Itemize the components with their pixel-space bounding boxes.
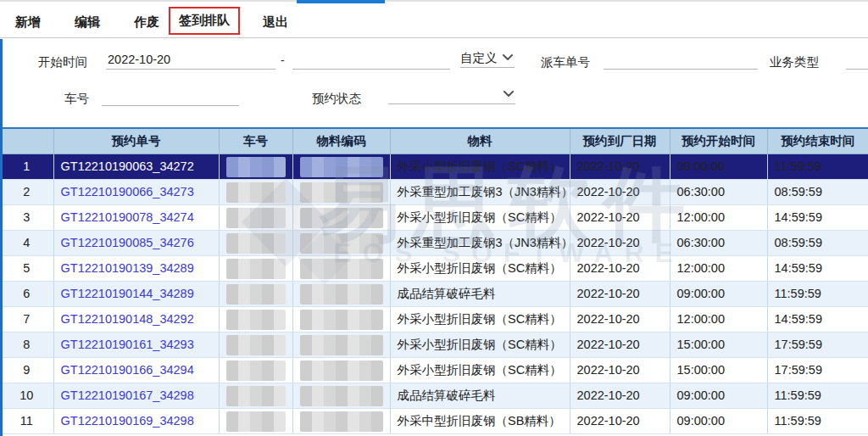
order-no-cell: GT12210190085_34276 xyxy=(53,230,219,255)
appointments-grid: 预约单号车号物料编码物料预约到厂日期预约开始时间预约结束时间 1GT122101… xyxy=(0,127,868,434)
material-code-cell xyxy=(292,332,390,357)
vehicle-no-cell xyxy=(219,255,292,281)
material-code-cell xyxy=(292,255,390,281)
order-no-cell: GT12210190169_34298 xyxy=(53,408,219,433)
order-no-cell: GT12210190167_34298 xyxy=(53,383,219,408)
start-time-input[interactable] xyxy=(106,49,275,70)
table-row[interactable]: 8GT12210190161_34293外采小型折旧废钢（SC精料）2022-1… xyxy=(0,332,868,357)
column-header[interactable]: 预约到厂日期 xyxy=(570,128,670,154)
row-number-cell: 9 xyxy=(0,357,53,383)
material-code-cell xyxy=(292,383,390,408)
redacted-block xyxy=(226,259,286,279)
column-header[interactable]: 预约开始时间 xyxy=(670,128,767,154)
redacted-block xyxy=(226,411,286,432)
menu-item-new[interactable]: 新增 xyxy=(10,11,46,34)
start-time-cell: 15:00:00 xyxy=(670,357,767,383)
table-row[interactable]: 11GT12210190169_34298外采中型折旧废钢（SB精料）2022-… xyxy=(0,408,868,433)
order-no-link[interactable]: GT12210190144_34289 xyxy=(61,287,194,300)
redacted-block xyxy=(226,157,286,177)
order-no-link[interactable]: GT12210190139_34289 xyxy=(61,261,194,275)
dispatch-no-input[interactable] xyxy=(604,49,758,70)
order-no-cell: GT12210190063_34272 xyxy=(53,154,219,179)
status-select[interactable] xyxy=(388,84,515,104)
order-no-cell: GT12210190078_34274 xyxy=(53,204,219,230)
order-no-link[interactable]: GT12210190167_34298 xyxy=(61,388,194,402)
order-no-link[interactable]: GT12210190078_34274 xyxy=(61,210,194,224)
end-time-cell: 08:59:59 xyxy=(767,230,868,255)
column-header[interactable]: 预约单号 xyxy=(53,128,219,154)
column-header[interactable]: 车号 xyxy=(219,128,292,154)
row-number-cell: 4 xyxy=(0,230,53,255)
material-cell: 外采重型加工废钢3（JN3精料） xyxy=(390,179,570,204)
table-row[interactable]: 9GT12210190166_34294外采小型折旧废钢（SC精料）2022-1… xyxy=(0,357,868,383)
vehicle-no-input[interactable] xyxy=(102,86,239,106)
table-row[interactable]: 7GT12210190148_34292外采小型折旧废钢（SC精料）2022-1… xyxy=(0,306,868,332)
vehicle-no-cell xyxy=(219,383,292,408)
range-mode-value: 自定义 xyxy=(460,48,498,66)
material-code-cell xyxy=(292,357,390,383)
business-type-input[interactable] xyxy=(846,49,868,70)
order-no-link[interactable]: GT12210190166_34294 xyxy=(61,363,194,377)
vehicle-no-cell xyxy=(219,408,292,433)
end-time-input[interactable] xyxy=(292,49,450,70)
column-header[interactable]: 物料编码 xyxy=(292,128,390,154)
menu-item-void[interactable]: 作废 xyxy=(129,11,164,34)
table-row[interactable]: 5GT12210190139_34289外采小型折旧废钢（SC精料）2022-1… xyxy=(0,255,868,281)
material-cell: 外采小型折旧废钢（SC精料） xyxy=(390,332,570,357)
redacted-block xyxy=(300,182,383,203)
menu-item-checkin-queue[interactable]: 签到排队 xyxy=(169,7,240,35)
table-row[interactable]: 10GT12210190167_34298成品结算破碎毛料2022-10-200… xyxy=(0,383,868,408)
row-number-cell: 2 xyxy=(0,179,53,204)
order-no-link[interactable]: GT12210190169_34298 xyxy=(61,414,194,428)
order-no-link[interactable]: GT12210190066_34273 xyxy=(61,185,194,198)
redacted-block xyxy=(300,361,383,381)
material-cell: 外采重型加工废钢3（JN3精料） xyxy=(390,230,570,255)
material-code-cell xyxy=(292,230,390,255)
order-no-link[interactable]: GT12210190148_34292 xyxy=(61,312,194,326)
column-header[interactable]: 物料 xyxy=(390,128,570,154)
start-time-cell: 06:30:00 xyxy=(670,179,767,204)
table-body: 1GT12210190063_34272外采小型折旧废钢（SC精料）2022-1… xyxy=(0,154,868,433)
vehicle-no-cell xyxy=(219,204,292,230)
column-header[interactable]: 预约结束时间 xyxy=(767,128,868,154)
range-mode-select[interactable]: 自定义 xyxy=(460,48,515,68)
vehicle-no-cell xyxy=(219,230,292,255)
appointments-table: 预约单号车号物料编码物料预约到厂日期预约开始时间预约结束时间 1GT122101… xyxy=(0,127,868,434)
material-cell: 外采小型折旧废钢（SC精料） xyxy=(390,255,570,281)
menu-item-edit[interactable]: 编辑 xyxy=(70,11,105,34)
order-no-link[interactable]: GT12210190085_34276 xyxy=(61,236,194,249)
start-time-cell: 09:00:00 xyxy=(670,408,767,433)
arrival-date-cell: 2022-10-20 xyxy=(570,383,670,408)
menu-item-exit[interactable]: 退出 xyxy=(258,11,293,34)
table-row[interactable]: 3GT12210190078_34274外采小型折旧废钢（SC精料）2022-1… xyxy=(0,204,868,230)
table-header: 预约单号车号物料编码物料预约到厂日期预约开始时间预约结束时间 xyxy=(0,128,868,154)
filter-panel: 开始时间 - 自定义 派车单号 业务类型 车号 预约状态 xyxy=(0,39,868,127)
end-time-cell: 14:59:59 xyxy=(767,204,868,230)
start-time-cell: 06:30:00 xyxy=(670,230,767,255)
table-row[interactable]: 1GT12210190063_34272外采小型折旧废钢（SC精料）2022-1… xyxy=(0,154,868,179)
vehicle-no-cell xyxy=(219,306,292,332)
end-time-cell: 14:59:59 xyxy=(767,306,868,332)
table-row[interactable]: 4GT12210190085_34276外采重型加工废钢3（JN3精料）2022… xyxy=(0,230,868,255)
material-code-cell xyxy=(292,408,390,433)
end-time-cell: 17:59:59 xyxy=(767,332,868,357)
order-no-link[interactable]: GT12210190161_34293 xyxy=(61,338,194,351)
end-time-cell: 14:59:59 xyxy=(767,255,868,281)
row-number-cell: 5 xyxy=(0,255,53,281)
table-row[interactable]: 2GT12210190066_34273外采重型加工废钢3（JN3精料）2022… xyxy=(0,179,868,204)
order-no-link[interactable]: GT12210190063_34272 xyxy=(61,159,194,173)
vehicle-no-cell xyxy=(219,281,292,306)
column-header[interactable] xyxy=(0,128,53,154)
start-time-cell: 12:00:00 xyxy=(670,204,767,230)
material-code-cell xyxy=(292,281,390,306)
dispatch-no-label: 派车单号 xyxy=(541,54,590,70)
arrival-date-cell: 2022-10-20 xyxy=(570,230,670,255)
vehicle-no-label: 车号 xyxy=(64,91,89,107)
end-time-cell: 11:59:59 xyxy=(767,408,868,433)
left-accent-border xyxy=(0,39,3,436)
redacted-block xyxy=(226,233,286,254)
table-row[interactable]: 6GT12210190144_34289成品结算破碎毛料2022-10-2009… xyxy=(0,281,868,306)
row-number-cell: 1 xyxy=(0,154,53,179)
material-cell: 成品结算破碎毛料 xyxy=(390,281,570,306)
start-time-cell: 09:00:00 xyxy=(670,154,767,179)
